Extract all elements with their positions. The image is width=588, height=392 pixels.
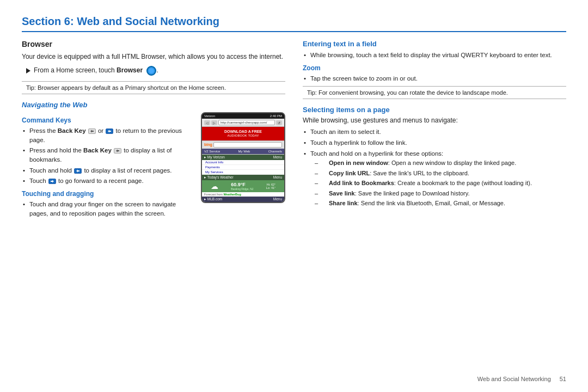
sub-option-open-new-window: Open in new window: Open a new window to… xyxy=(321,159,566,167)
footer-section-name: Web and Social Networking xyxy=(477,376,551,382)
home-screen-text: From a Home screen, touch Browser . xyxy=(34,66,158,76)
phone-time: 2:40 PM xyxy=(270,114,282,118)
list-item: While browsing, touch a text field to di… xyxy=(303,51,566,60)
phone-status-bar: Verizon 2:40 PM xyxy=(202,113,284,119)
weather-bug-credit: Forecast from WeatherBug xyxy=(202,192,284,197)
sub-option-save-link: Save link: Save the linked page to Downl… xyxy=(321,189,566,198)
phone-carrier: Verizon xyxy=(204,114,215,118)
list-item: Touch to go forward to a recent page. xyxy=(22,176,195,186)
list-item: Touch and hold on a hyperlink for these … xyxy=(303,149,566,208)
selecting-title: Selecting items on a page xyxy=(303,106,566,114)
my-services-item[interactable]: My Services xyxy=(202,170,284,175)
list-item: Touch an item to select it. xyxy=(303,127,566,137)
page-title: Section 6: Web and Social Networking xyxy=(22,15,566,28)
list-item: Tap the screen twice to zoom in or out. xyxy=(303,74,566,83)
browser-globe-icon xyxy=(146,66,156,76)
my-verizon-section: ▸ My Verizon Menu Account Info Payments … xyxy=(202,154,284,175)
right-tip-text: Tip: For convenient browsing, you can ro… xyxy=(307,89,508,96)
weather-header: ▸ Today's Weather Menu xyxy=(202,175,284,180)
browser-section-title: Browser xyxy=(22,40,285,48)
my-web-item[interactable]: My Web xyxy=(238,150,250,153)
footer: Web and Social Networking 51 xyxy=(477,376,566,382)
list-item: Touch a hyperlink to follow the link. xyxy=(303,138,566,148)
phone-refresh-btn[interactable]: ↺ xyxy=(276,120,282,125)
right-column: Entering text in a field While browsing,… xyxy=(303,40,566,221)
sub-options-list: Open in new window: Open a new window to… xyxy=(310,159,566,207)
weather-city: Basking Ridge, NJ xyxy=(231,187,253,191)
phone-device: Verizon 2:40 PM ◁ ▷ http://carmengirl-ch… xyxy=(201,112,285,203)
my-verizon-header: ▸ My Verizon Menu xyxy=(202,155,284,160)
vz-service-item[interactable]: VZ Service xyxy=(204,150,220,153)
zoom-title: Zoom xyxy=(303,64,566,72)
phone-back-btn[interactable]: ◁ xyxy=(204,120,210,125)
weather-body: ☁ 60.9°F Basking Ridge, NJ Hi: 62° Lo: 4… xyxy=(202,180,284,192)
phone-url-input[interactable]: http://carmengirl-chevyapp.com/ xyxy=(218,120,275,125)
sub-option-add-bookmark: Add link to Bookmarks: Create a bookmark… xyxy=(321,179,566,187)
phone-fwd-btn[interactable]: ▷ xyxy=(211,120,217,125)
list-item: Touch and hold to display a list of rece… xyxy=(22,166,195,175)
phone-search-input[interactable] xyxy=(213,142,282,148)
command-keys-list: Press the Back Key or to return to the p… xyxy=(22,126,195,186)
selecting-intro: While browsing, use gestures and menus t… xyxy=(303,117,566,124)
payments-item[interactable]: Payments xyxy=(202,165,284,170)
list-item: Press the Back Key or to return to the p… xyxy=(22,126,195,144)
entering-text-list: While browsing, touch a text field to di… xyxy=(303,51,566,60)
phone-banner: DOWNLOAD A FREE AUDIOBOOK TODAY xyxy=(202,127,284,140)
nav-web-section: Command Keys Press the Back Key or xyxy=(22,112,285,221)
account-info-item[interactable]: Account Info xyxy=(202,160,284,165)
sub-option-share-link: Share link: Send the link via Bluetooth,… xyxy=(321,199,566,207)
phone-search-bar: bing xyxy=(202,140,284,149)
entering-text-title: Entering text in a field xyxy=(303,40,566,48)
nav-web-text: Command Keys Press the Back Key or xyxy=(22,112,195,221)
list-item: Press and hold the Back Key to display a… xyxy=(22,146,195,164)
arrow-icon xyxy=(26,68,30,74)
footer-page-number: 51 xyxy=(560,376,566,382)
phone-menu-row: VZ Service My Web Channels xyxy=(202,149,284,154)
weather-icon: ☁ xyxy=(211,182,218,191)
title-divider xyxy=(22,31,566,32)
phone-url-bar: ◁ ▷ http://carmengirl-chevyapp.com/ ↺ xyxy=(202,119,284,127)
home-screen-line: From a Home screen, touch Browser . xyxy=(26,66,285,76)
touching-dragging-title: Touching and dragging xyxy=(22,190,195,198)
browser-intro-text: Your device is equipped with a full HTML… xyxy=(22,52,285,62)
zoom-list: Tap the screen twice to zoom in or out. xyxy=(303,74,566,83)
command-keys-title: Command Keys xyxy=(22,117,195,124)
channels-item[interactable]: Channels xyxy=(268,150,282,153)
mlb-section: ▸ MLB.com Menu xyxy=(202,197,284,202)
browser-tip-text: Tip: Browser appears by default as a Pri… xyxy=(26,84,226,91)
selecting-bullets-list: Touch an item to select it. Touch a hype… xyxy=(303,127,566,207)
right-tip-box: Tip: For convenient browsing, you can ro… xyxy=(303,86,566,99)
temperature: 60.9°F xyxy=(231,182,253,187)
sub-option-copy-link: Copy link URL: Save the link's URL to th… xyxy=(321,169,566,177)
navigating-web-title: Navigating the Web xyxy=(22,101,285,109)
list-item: Touch and drag your finger on the screen… xyxy=(22,200,195,218)
touching-dragging-list: Touch and drag your finger on the screen… xyxy=(22,200,195,218)
weather-detail: Hi: 62° Lo: 41° xyxy=(266,183,276,189)
phone-mockup: Verizon 2:40 PM ◁ ▷ http://carmengirl-ch… xyxy=(201,112,285,203)
left-column: Browser Your device is equipped with a f… xyxy=(22,40,285,221)
weather-section: ▸ Today's Weather Menu ☁ 60.9°F Basking … xyxy=(202,175,284,197)
bing-logo: bing xyxy=(204,143,212,146)
browser-tip-box: Tip: Browser appears by default as a Pri… xyxy=(22,81,285,94)
phone-content: DOWNLOAD A FREE AUDIOBOOK TODAY bing VZ … xyxy=(202,127,284,202)
